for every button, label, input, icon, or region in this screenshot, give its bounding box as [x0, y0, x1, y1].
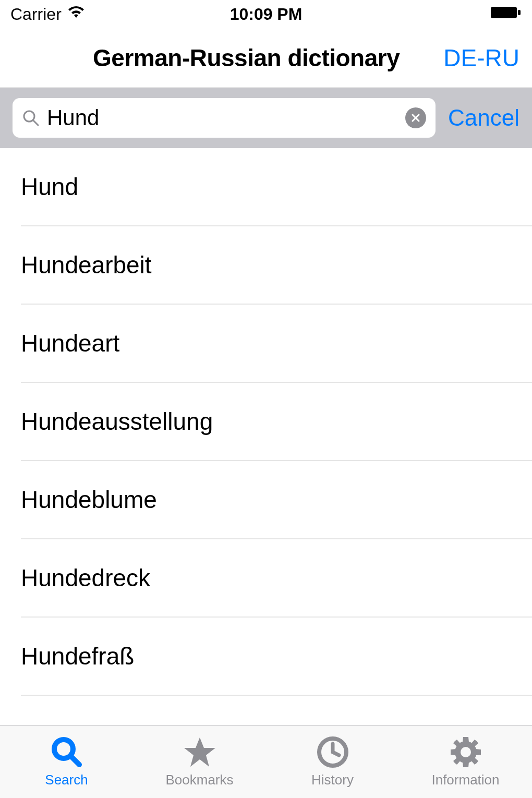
- search-icon: [50, 735, 83, 769]
- status-left: Carrier: [10, 5, 86, 24]
- status-right: [490, 5, 522, 24]
- cancel-button[interactable]: Cancel: [448, 105, 519, 131]
- svg-rect-0: [491, 7, 517, 18]
- list-item[interactable]: Hundeart: [21, 305, 532, 383]
- star-icon: [183, 735, 216, 769]
- clear-search-icon[interactable]: [405, 107, 426, 128]
- list-item[interactable]: Hundefraß: [21, 618, 532, 696]
- tab-label: Search: [45, 772, 88, 788]
- list-item-label: Hundeart: [21, 329, 119, 357]
- tab-label: Bookmarks: [165, 772, 233, 788]
- svg-line-3: [33, 120, 38, 125]
- list-item[interactable]: Hund: [21, 148, 532, 226]
- tab-history[interactable]: History: [266, 735, 399, 788]
- page-title: German-Russian dictionary: [49, 44, 443, 72]
- svg-line-5: [71, 756, 79, 765]
- clock-icon: [316, 735, 349, 769]
- battery-icon: [490, 5, 522, 24]
- gear-icon: [449, 735, 482, 769]
- search-icon: [22, 109, 40, 127]
- language-toggle-button[interactable]: DE-RU: [443, 44, 519, 72]
- list-item[interactable]: Hundedreck: [21, 539, 532, 618]
- tab-bar: Search Bookmarks History: [0, 725, 532, 798]
- tab-label: History: [311, 772, 354, 788]
- results-list: Hund Hundearbeit Hundeart Hundeausstellu…: [0, 148, 532, 696]
- nav-bar: German-Russian dictionary DE-RU: [0, 28, 532, 88]
- clock: 10:09 PM: [230, 5, 303, 24]
- search-input[interactable]: [47, 105, 398, 130]
- svg-point-9: [461, 747, 471, 757]
- list-item[interactable]: Hundeausstellung: [21, 383, 532, 461]
- search-field[interactable]: [13, 98, 436, 138]
- wifi-icon: [67, 5, 86, 24]
- list-item[interactable]: Hundearbeit: [21, 226, 532, 305]
- list-item-label: Hundefraß: [21, 642, 134, 670]
- search-bar: Cancel: [0, 88, 532, 148]
- list-item-label: Hund: [21, 173, 78, 201]
- carrier-label: Carrier: [10, 5, 62, 24]
- tab-bookmarks[interactable]: Bookmarks: [133, 735, 266, 788]
- list-item-label: Hundearbeit: [21, 251, 152, 279]
- list-item-label: Hundeblume: [21, 486, 157, 514]
- list-item[interactable]: Hundeblume: [21, 461, 532, 539]
- tab-label: Information: [431, 772, 499, 788]
- list-item-label: Hundedreck: [21, 564, 150, 592]
- list-item-label: Hundeausstellung: [21, 407, 213, 436]
- tab-information[interactable]: Information: [399, 735, 532, 788]
- status-bar: Carrier 10:09 PM: [0, 0, 532, 28]
- tab-search[interactable]: Search: [0, 735, 133, 788]
- svg-rect-1: [518, 10, 521, 15]
